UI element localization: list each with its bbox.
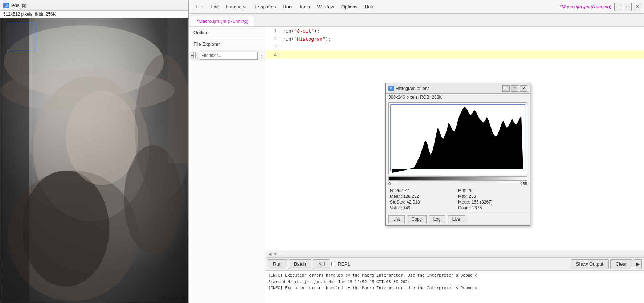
log-line-3: [INFO] Execution errors handled by the M… <box>268 285 641 291</box>
code-area-wrapper: 1 run("8-bit"); 2 run("Histogram"); 3 4 <box>265 27 644 303</box>
histogram-maximize[interactable]: □ <box>511 85 518 92</box>
add-filter-button[interactable]: + <box>191 52 194 59</box>
menu-file[interactable]: File <box>192 2 207 12</box>
tab-bar: *Macro.ijm.ijm (Running) <box>189 14 644 27</box>
minimize-button[interactable]: ─ <box>614 3 622 11</box>
repl-checkbox-container: REPL <box>331 261 350 267</box>
histogram-stats: N: 262144 Min: 29 Mean: 128.232 Max: 233… <box>386 186 530 213</box>
batch-button[interactable]: Batch <box>289 259 311 269</box>
log-area: [INFO] Execution errors handled by the M… <box>265 270 644 303</box>
window-controls: ─ □ ✕ <box>614 3 641 11</box>
axis-max: 255 <box>521 181 527 186</box>
code-content-2: run("Histogram"); <box>283 36 331 42</box>
code-content-1: run("8-bit"); <box>283 28 320 34</box>
code-line-2: 2 run("Histogram"); <box>265 35 644 43</box>
histogram-info: 300x246 pixels; RGB; 288K <box>386 94 530 101</box>
bottom-toolbar: Run Batch Kill REPL Show Output Clear <box>265 257 644 270</box>
code-line-1: 1 run("8-bit"); <box>265 27 644 35</box>
watermark: CSDN @微小谷 <box>158 296 186 301</box>
menu-tools[interactable]: Tools <box>295 2 313 12</box>
maximize-button[interactable]: □ <box>624 3 632 11</box>
stat-mode: Mode: 155 (3267) <box>458 200 526 205</box>
image-title: lena.jpg <box>11 3 27 8</box>
histogram-controls: ─ □ ✕ <box>502 85 527 92</box>
stat-max: Max: 233 <box>458 194 526 199</box>
window-title-area: *Macro.ijm.ijm (Running) <box>378 4 614 9</box>
repl-label: REPL <box>338 261 350 267</box>
stat-min: Min: 29 <box>458 188 526 193</box>
histogram-actions: List Copy Log Live <box>386 213 530 225</box>
line-number-1: 1 <box>265 28 280 33</box>
axis-min: 0 <box>388 181 391 186</box>
window-title-running: *Macro.ijm.ijm (Running) <box>560 4 611 9</box>
lena-overlay <box>0 18 188 303</box>
show-output-button[interactable]: Show Output <box>571 259 609 269</box>
menu-edit[interactable]: Edit <box>207 2 222 12</box>
list-button[interactable]: List <box>388 215 405 223</box>
file-filter-input[interactable] <box>200 52 258 60</box>
stat-stddev: StdDev: 42.918 <box>390 200 457 205</box>
run-button[interactable]: Run <box>268 259 287 269</box>
tab-macro[interactable]: *Macro.ijm.ijm (Running) <box>191 16 254 26</box>
line-number-2: 2 <box>265 36 280 41</box>
log-line-2: Started Macro.ijm.ijm at Mon Jan 15 12:5… <box>268 279 641 285</box>
menu-window[interactable]: Window <box>314 2 338 12</box>
repl-checkbox[interactable] <box>331 262 336 266</box>
log-button[interactable]: Log <box>429 215 445 223</box>
sidebar-outline[interactable]: Outline <box>189 27 265 38</box>
remove-filter-button[interactable]: - <box>195 52 198 59</box>
close-button[interactable]: ✕ <box>633 3 641 11</box>
histogram-minimize[interactable]: ─ <box>502 85 510 92</box>
filter-menu-button[interactable]: ⋮ <box>259 52 264 59</box>
code-line-3: 3 <box>265 43 644 51</box>
kill-button[interactable]: Kill <box>313 259 330 269</box>
scroll-right-icon: ▼ <box>273 252 277 257</box>
histogram-icon: IJ <box>388 86 394 91</box>
menu-run[interactable]: Run <box>279 2 295 12</box>
copy-button[interactable]: Copy <box>407 215 427 223</box>
histogram-titlebar: IJ Histogram of lena ─ □ ✕ <box>386 83 530 94</box>
menu-options[interactable]: Options <box>338 2 361 12</box>
ellipsis: ··· <box>280 252 283 257</box>
histogram-svg <box>389 103 527 175</box>
more-button[interactable]: ▶ <box>634 259 642 269</box>
main-content: Outline File Explorer + - ⋮ <box>189 27 644 303</box>
imagej-icon: IJ <box>3 3 9 8</box>
clear-button[interactable]: Clear <box>610 259 632 269</box>
stat-n: N: 262144 <box>390 188 457 193</box>
file-filter-bar: + - ⋮ <box>189 50 265 61</box>
histogram-chart <box>388 102 527 175</box>
menu-language[interactable]: Language <box>222 2 250 12</box>
sidebar-file-explorer[interactable]: File Explorer <box>189 38 265 50</box>
scroll-indicator: ◀ ▼ ··· <box>265 251 644 257</box>
scroll-left-icon: ◀ <box>268 252 271 257</box>
image-titlebar: IJ lena.jpg <box>0 0 188 11</box>
image-info: 512x512 pixels; 8-bit; 256K <box>0 11 188 18</box>
histogram-scale-bar <box>388 176 527 181</box>
menu-help[interactable]: Help <box>361 2 378 12</box>
selection-rectangle <box>7 23 36 52</box>
histogram-title: Histogram of lena <box>396 86 500 91</box>
editor-panel: File Edit Language Templates Run Tools W… <box>189 0 644 303</box>
stat-count: Count: 2676 <box>458 205 526 210</box>
line-number-3: 3 <box>265 44 280 49</box>
stat-value: Value: 149 <box>390 205 457 210</box>
code-line-4: 4 <box>265 51 644 59</box>
image-canvas: CSDN @微小谷 <box>0 18 188 303</box>
menubar: File Edit Language Templates Run Tools W… <box>189 0 644 14</box>
histogram-window: IJ Histogram of lena ─ □ ✕ 300x246 pixel… <box>385 83 530 226</box>
histogram-axis: 0 255 <box>386 181 530 186</box>
histogram-close[interactable]: ✕ <box>520 85 527 92</box>
menu-templates[interactable]: Templates <box>250 2 279 12</box>
stat-mean: Mean: 128.232 <box>390 194 457 199</box>
sidebar: Outline File Explorer + - ⋮ <box>189 27 265 303</box>
line-number-4: 4 <box>265 52 280 57</box>
log-line-1: [INFO] Execution errors handled by the M… <box>268 272 641 279</box>
live-button[interactable]: Live <box>448 215 465 223</box>
image-window: IJ lena.jpg 512x512 pixels; 8-bit; 256K <box>0 0 189 303</box>
scroll-arrows: ◀ ▼ ··· <box>268 252 283 257</box>
